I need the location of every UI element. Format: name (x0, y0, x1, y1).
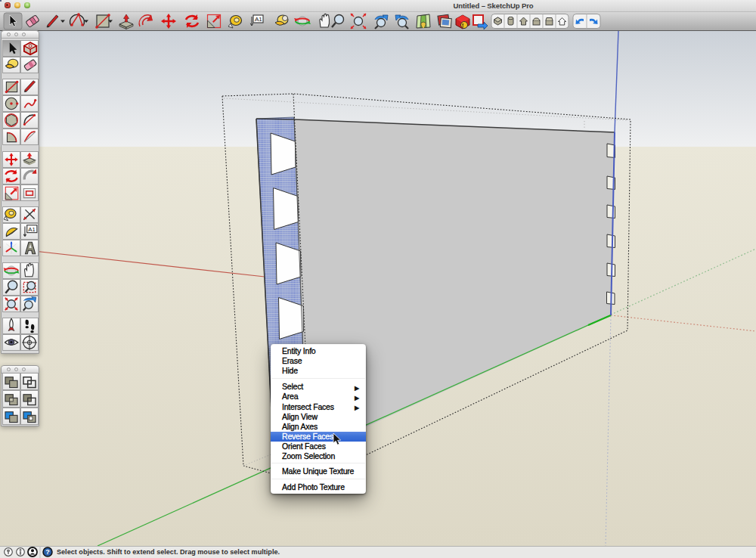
svg-text:!: ! (462, 22, 464, 29)
svg-text:?: ? (45, 548, 50, 556)
svg-text:A1: A1 (255, 16, 262, 23)
svg-text:A1: A1 (28, 226, 35, 233)
